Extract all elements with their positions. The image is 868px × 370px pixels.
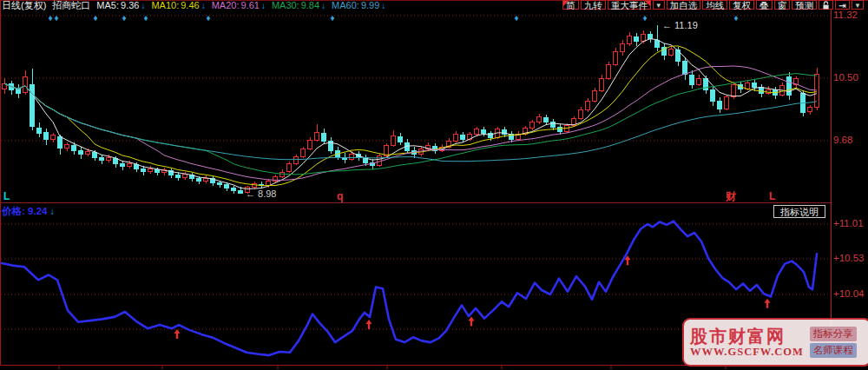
svg-text:← 8.98: ← 8.98 (246, 188, 276, 199)
indicator-value-readout: 价格: 9.24 ↓ (2, 205, 55, 218)
main-axis-label: 9.68 (833, 135, 852, 145)
forecast-button[interactable]: 预测 (792, 0, 817, 10)
stock-chart-app: ♦♦♦♦♦♦♦♦♦♦← 11.19← 8.98Lq财L 日线(复权) 招商蛇口 … (0, 0, 868, 370)
ma5-readout: MA5:9.36↓ (96, 0, 145, 11)
ma10-readout: MA10:9.46↓ (151, 0, 205, 11)
down-arrow-icon: ↓ (261, 0, 266, 11)
svg-text:q: q (337, 190, 343, 202)
watermark: 股市财富网 WWW.GSCFW.COM 指标分享 名师课程 (682, 318, 868, 367)
window-button[interactable]: 窗 (774, 0, 791, 10)
ma30-readout: MA30:9.84↓ (272, 0, 326, 11)
nine-turn-button[interactable]: 九转 (581, 0, 606, 10)
svg-text:♦: ♦ (733, 13, 738, 23)
ma20-readout: MA20:9.61↓ (212, 0, 266, 11)
adjusted-price-button[interactable]: 复权 (729, 0, 754, 10)
svg-text:♦: ♦ (514, 13, 518, 23)
price-annotations: ← 11.19← 8.98 (246, 20, 698, 199)
svg-text:♦: ♦ (48, 13, 52, 23)
svg-text:♦: ♦ (642, 13, 647, 23)
watermark-site-name: 股市财富网 (690, 327, 804, 346)
major-events-button[interactable]: 重大事件 (608, 0, 651, 10)
skip-to-end-icon[interactable]: ⇥ (835, 0, 850, 10)
svg-text:♦: ♦ (54, 13, 58, 23)
watermark-badge: 指标分享 (810, 327, 857, 341)
watermark-badge: 名师课程 (810, 343, 857, 358)
period-label: 日线(复权) (2, 0, 46, 11)
svg-text:♦: ♦ (122, 13, 126, 23)
candles-layer (3, 25, 819, 194)
gridlines (0, 0, 868, 369)
buy-signal-arrows (174, 255, 771, 339)
down-arrow-icon: ↓ (201, 0, 206, 11)
add-watchlist-button[interactable]: 加自选 (667, 0, 701, 10)
letter-marks: Lq财L (3, 190, 775, 202)
main-axis-label: 10.50 (833, 72, 858, 83)
lower-axis-label: +11.01 (833, 218, 864, 228)
event-diamond-marks: ♦♦♦♦♦♦♦♦♦♦ (48, 13, 738, 23)
svg-text:♦: ♦ (330, 13, 334, 23)
down-arrow-icon: ↓ (381, 0, 385, 11)
svg-text:L: L (769, 190, 775, 202)
top-toolbar: 简 九转 重大事件 ▼ 加自选 均线 复权 叠 窗 预测 ⇥ ▼ (562, 0, 864, 10)
svg-text:♦: ♦ (143, 13, 148, 23)
svg-text:← 11.19: ← 11.19 (662, 20, 698, 30)
chevron-down-icon[interactable]: ▼ (653, 0, 665, 10)
ma-lines (4, 39, 817, 189)
down-arrow-icon: ↓ (50, 207, 55, 216)
down-arrow-icon: ↓ (321, 0, 326, 11)
watermark-url: WWW.GSCFW.COM (690, 346, 804, 359)
svg-text:♦: ♦ (206, 13, 210, 23)
main-axis-label: 11.32 (833, 10, 858, 20)
down-arrow-icon: ↓ (141, 0, 145, 11)
indicator-help-button[interactable]: 指标说明 (773, 205, 825, 218)
svg-text:财: 财 (725, 190, 736, 202)
svg-text:♦: ♦ (93, 13, 97, 23)
stock-name: 招商蛇口 (52, 0, 90, 11)
ma-lines-button[interactable]: 均线 (702, 0, 727, 10)
lock-icon[interactable] (819, 0, 833, 10)
ma60-readout: MA60:9.99↓ (332, 0, 385, 11)
chevron-down-icon[interactable]: ▼ (852, 0, 864, 10)
overlay-button[interactable]: 叠 (756, 0, 773, 10)
chart-header: 日线(复权) 招商蛇口 MA5:9.36↓ MA10:9.46↓ MA20:9.… (2, 0, 385, 11)
simplified-button[interactable]: 简 (562, 0, 579, 10)
price-chart-canvas[interactable]: ♦♦♦♦♦♦♦♦♦♦← 11.19← 8.98Lq财L (0, 0, 868, 370)
lower-axis-label: +10.53 (833, 253, 865, 263)
lower-axis-label: +10.04 (833, 288, 865, 299)
svg-text:L: L (3, 190, 10, 202)
